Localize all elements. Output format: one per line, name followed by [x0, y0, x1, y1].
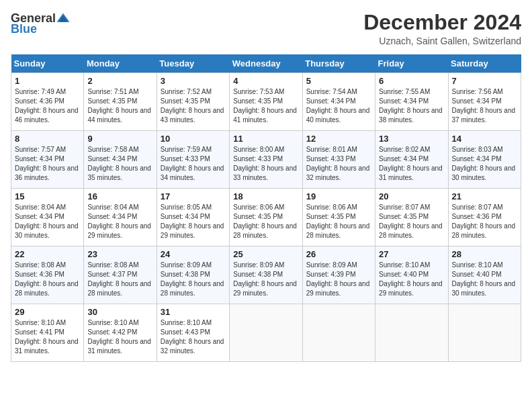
- day-number: 5: [306, 76, 371, 86]
- week-row-4: 22 Sunrise: 8:08 AMSunset: 4:36 PMDaylig…: [11, 246, 521, 304]
- day-cell-22: 22 Sunrise: 8:08 AMSunset: 4:36 PMDaylig…: [11, 246, 84, 304]
- day-detail: Sunrise: 7:54 AMSunset: 4:34 PMDaylight:…: [306, 87, 371, 125]
- day-detail: Sunrise: 7:56 AMSunset: 4:34 PMDaylight:…: [452, 87, 517, 125]
- column-header-tuesday: Tuesday: [157, 54, 229, 73]
- day-cell-29: 29 Sunrise: 8:10 AMSunset: 4:41 PMDaylig…: [11, 304, 84, 362]
- day-number: 3: [161, 76, 226, 86]
- day-number: 30: [87, 307, 152, 317]
- day-detail: Sunrise: 8:10 AMSunset: 4:40 PMDaylight:…: [452, 261, 517, 298]
- column-header-wednesday: Wednesday: [230, 54, 302, 73]
- day-detail: Sunrise: 8:02 AMSunset: 4:34 PMDaylight:…: [379, 145, 444, 183]
- day-detail: Sunrise: 7:53 AMSunset: 4:35 PMDaylight:…: [233, 87, 298, 125]
- day-detail: Sunrise: 8:09 AMSunset: 4:39 PMDaylight:…: [306, 261, 371, 298]
- day-number: 19: [306, 191, 371, 201]
- day-number: 21: [452, 191, 517, 201]
- empty-cell: [230, 304, 302, 362]
- day-detail: Sunrise: 7:59 AMSunset: 4:33 PMDaylight:…: [161, 145, 226, 183]
- column-header-saturday: Saturday: [448, 54, 521, 73]
- day-number: 28: [452, 249, 517, 259]
- day-cell-25: 25 Sunrise: 8:09 AMSunset: 4:38 PMDaylig…: [230, 246, 302, 304]
- day-detail: Sunrise: 8:07 AMSunset: 4:35 PMDaylight:…: [379, 203, 444, 240]
- day-cell-19: 19 Sunrise: 8:06 AMSunset: 4:35 PMDaylig…: [302, 189, 375, 246]
- day-detail: Sunrise: 8:00 AMSunset: 4:33 PMDaylight:…: [233, 145, 298, 183]
- day-detail: Sunrise: 8:10 AMSunset: 4:41 PMDaylight:…: [15, 318, 80, 356]
- day-cell-13: 13 Sunrise: 8:02 AMSunset: 4:34 PMDaylig…: [375, 131, 448, 189]
- day-detail: Sunrise: 8:06 AMSunset: 4:35 PMDaylight:…: [306, 203, 371, 240]
- day-number: 17: [161, 191, 226, 201]
- day-cell-16: 16 Sunrise: 8:04 AMSunset: 4:34 PMDaylig…: [84, 189, 157, 246]
- day-detail: Sunrise: 7:57 AMSunset: 4:34 PMDaylight:…: [15, 145, 80, 183]
- empty-cell: [302, 304, 375, 362]
- day-detail: Sunrise: 8:10 AMSunset: 4:40 PMDaylight:…: [379, 261, 444, 298]
- day-detail: Sunrise: 8:09 AMSunset: 4:38 PMDaylight:…: [233, 261, 298, 298]
- day-detail: Sunrise: 8:09 AMSunset: 4:38 PMDaylight:…: [161, 261, 226, 298]
- day-number: 4: [233, 76, 298, 86]
- day-cell-6: 6 Sunrise: 7:55 AMSunset: 4:34 PMDayligh…: [375, 73, 448, 131]
- day-detail: Sunrise: 8:10 AMSunset: 4:42 PMDaylight:…: [87, 318, 152, 356]
- column-header-monday: Monday: [84, 54, 157, 73]
- logo: General Blue: [11, 11, 71, 35]
- day-detail: Sunrise: 8:01 AMSunset: 4:33 PMDaylight:…: [306, 145, 371, 183]
- day-detail: Sunrise: 8:03 AMSunset: 4:34 PMDaylight:…: [452, 145, 517, 183]
- day-number: 7: [452, 76, 517, 86]
- day-number: 6: [379, 76, 444, 86]
- column-header-sunday: Sunday: [11, 54, 84, 73]
- day-number: 11: [233, 134, 298, 144]
- week-row-2: 8 Sunrise: 7:57 AMSunset: 4:34 PMDayligh…: [11, 131, 521, 189]
- day-cell-28: 28 Sunrise: 8:10 AMSunset: 4:40 PMDaylig…: [448, 246, 521, 304]
- day-cell-14: 14 Sunrise: 8:03 AMSunset: 4:34 PMDaylig…: [448, 131, 521, 189]
- day-number: 31: [161, 307, 226, 317]
- calendar-header-row: SundayMondayTuesdayWednesdayThursdayFrid…: [11, 54, 521, 73]
- day-number: 20: [379, 191, 444, 201]
- day-number: 2: [87, 76, 152, 86]
- header: General Blue December 2024 Uznach, Saint…: [11, 11, 521, 46]
- week-row-3: 15 Sunrise: 8:04 AMSunset: 4:34 PMDaylig…: [11, 189, 521, 246]
- logo-icon: [56, 11, 71, 26]
- day-number: 14: [452, 134, 517, 144]
- day-number: 16: [87, 191, 152, 201]
- day-cell-15: 15 Sunrise: 8:04 AMSunset: 4:34 PMDaylig…: [11, 189, 84, 246]
- day-number: 15: [15, 191, 80, 201]
- day-cell-31: 31 Sunrise: 8:10 AMSunset: 4:43 PMDaylig…: [157, 304, 229, 362]
- day-cell-26: 26 Sunrise: 8:09 AMSunset: 4:39 PMDaylig…: [302, 246, 375, 304]
- day-number: 13: [379, 134, 444, 144]
- day-cell-5: 5 Sunrise: 7:54 AMSunset: 4:34 PMDayligh…: [302, 73, 375, 131]
- day-cell-4: 4 Sunrise: 7:53 AMSunset: 4:35 PMDayligh…: [230, 73, 302, 131]
- day-number: 23: [87, 249, 152, 259]
- day-detail: Sunrise: 7:51 AMSunset: 4:35 PMDaylight:…: [87, 87, 152, 125]
- day-cell-27: 27 Sunrise: 8:10 AMSunset: 4:40 PMDaylig…: [375, 246, 448, 304]
- day-detail: Sunrise: 8:06 AMSunset: 4:35 PMDaylight:…: [233, 203, 298, 240]
- day-cell-30: 30 Sunrise: 8:10 AMSunset: 4:42 PMDaylig…: [84, 304, 157, 362]
- day-cell-11: 11 Sunrise: 8:00 AMSunset: 4:33 PMDaylig…: [230, 131, 302, 189]
- day-number: 22: [15, 249, 80, 259]
- day-number: 8: [15, 134, 80, 144]
- day-number: 25: [233, 249, 298, 259]
- day-detail: Sunrise: 8:05 AMSunset: 4:34 PMDaylight:…: [161, 203, 226, 240]
- day-cell-17: 17 Sunrise: 8:05 AMSunset: 4:34 PMDaylig…: [157, 189, 229, 246]
- day-cell-7: 7 Sunrise: 7:56 AMSunset: 4:34 PMDayligh…: [448, 73, 521, 131]
- day-cell-9: 9 Sunrise: 7:58 AMSunset: 4:34 PMDayligh…: [84, 131, 157, 189]
- title-area: December 2024 Uznach, Saint Gallen, Swit…: [363, 11, 521, 46]
- empty-cell: [448, 304, 521, 362]
- day-cell-1: 1 Sunrise: 7:49 AMSunset: 4:36 PMDayligh…: [11, 73, 84, 131]
- day-detail: Sunrise: 8:08 AMSunset: 4:37 PMDaylight:…: [87, 261, 152, 298]
- calendar-table: SundayMondayTuesdayWednesdayThursdayFrid…: [11, 54, 521, 362]
- day-detail: Sunrise: 7:58 AMSunset: 4:34 PMDaylight:…: [87, 145, 152, 183]
- day-number: 1: [15, 76, 80, 86]
- day-number: 12: [306, 134, 371, 144]
- day-detail: Sunrise: 8:04 AMSunset: 4:34 PMDaylight:…: [87, 203, 152, 240]
- day-detail: Sunrise: 8:08 AMSunset: 4:36 PMDaylight:…: [15, 261, 80, 298]
- day-detail: Sunrise: 8:10 AMSunset: 4:43 PMDaylight:…: [161, 318, 226, 356]
- day-cell-23: 23 Sunrise: 8:08 AMSunset: 4:37 PMDaylig…: [84, 246, 157, 304]
- day-number: 18: [233, 191, 298, 201]
- day-detail: Sunrise: 8:07 AMSunset: 4:36 PMDaylight:…: [452, 203, 517, 240]
- day-number: 10: [161, 134, 226, 144]
- day-detail: Sunrise: 7:52 AMSunset: 4:35 PMDaylight:…: [161, 87, 226, 125]
- location-title: Uznach, Saint Gallen, Switzerland: [363, 36, 521, 46]
- day-cell-20: 20 Sunrise: 8:07 AMSunset: 4:35 PMDaylig…: [375, 189, 448, 246]
- day-detail: Sunrise: 7:55 AMSunset: 4:34 PMDaylight:…: [379, 87, 444, 125]
- day-number: 9: [87, 134, 152, 144]
- day-detail: Sunrise: 7:49 AMSunset: 4:36 PMDaylight:…: [15, 87, 80, 125]
- day-cell-8: 8 Sunrise: 7:57 AMSunset: 4:34 PMDayligh…: [11, 131, 84, 189]
- day-number: 27: [379, 249, 444, 259]
